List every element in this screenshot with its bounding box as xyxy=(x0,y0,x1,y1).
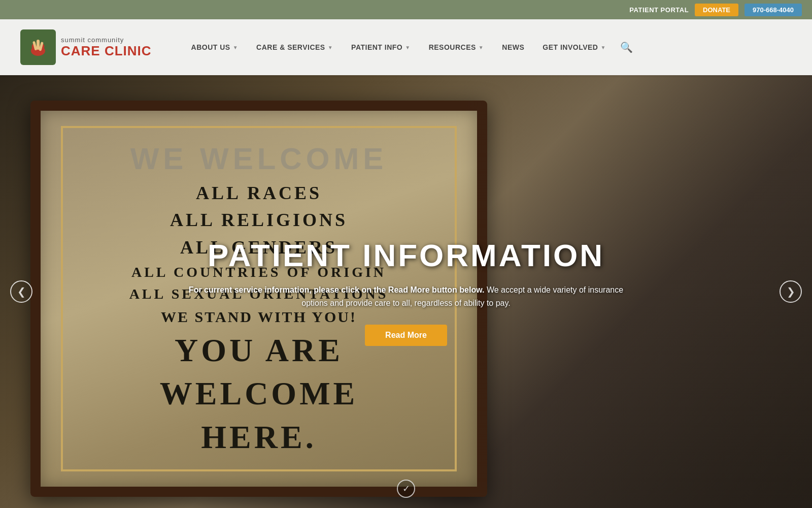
logo-care-clinic-text: CARE CLINIC xyxy=(61,44,152,58)
nav-link-patient[interactable]: PATIENT INFO ▼ xyxy=(342,38,420,56)
nav-link-care[interactable]: CARE & SERVICES ▼ xyxy=(247,38,342,56)
logo-text: summit community CARE CLINIC xyxy=(61,37,152,58)
hero-description: For current service information, please … xyxy=(178,283,634,309)
chevron-down-icon: ▼ xyxy=(405,45,410,50)
hero-description-bold: For current service information, please … xyxy=(189,285,485,294)
nav-item-care: CARE & SERVICES ▼ xyxy=(247,38,342,56)
patient-portal-link[interactable]: PATIENT PORTAL xyxy=(629,6,689,14)
chevron-down-icon: ▼ xyxy=(233,45,238,50)
hero-slider: WE WELCOME ALL RACES ALL RELIGIONS ALL G… xyxy=(0,75,812,508)
nav-menu: ABOUT US ▼ CARE & SERVICES ▼ PATIENT INF… xyxy=(182,38,792,56)
nav-link-about[interactable]: ABOUT US ▼ xyxy=(182,38,248,56)
hero-title: PATIENT INFORMATION xyxy=(208,237,604,273)
hero-overlay: PATIENT INFORMATION For current service … xyxy=(0,75,812,508)
navbar: summit community CARE CLINIC ABOUT US ▼ … xyxy=(0,19,812,75)
nav-item-news: NEWS xyxy=(493,38,533,56)
slider-next-button[interactable]: ❯ xyxy=(780,280,802,303)
nav-item-search: 🔍 xyxy=(615,41,638,53)
nav-item-patient: PATIENT INFO ▼ xyxy=(342,38,420,56)
nav-link-involved[interactable]: GET INVOLVED ▼ xyxy=(533,38,615,56)
phone-button[interactable]: 970-668-4040 xyxy=(745,4,802,16)
nav-item-involved: GET INVOLVED ▼ xyxy=(533,38,615,56)
scroll-down-button[interactable]: ✓ xyxy=(397,480,415,498)
nav-link-resources[interactable]: RESOURCES ▼ xyxy=(420,38,493,56)
nav-item-resources: RESOURCES ▼ xyxy=(420,38,493,56)
top-bar: PATIENT PORTAL DONATE 970-668-4040 xyxy=(0,0,812,19)
svg-rect-4 xyxy=(37,40,40,50)
nav-link-news[interactable]: NEWS xyxy=(493,38,533,56)
search-icon[interactable]: 🔍 xyxy=(615,37,638,58)
logo-summit-text: summit community xyxy=(61,37,152,44)
read-more-button[interactable]: Read More xyxy=(365,325,447,346)
logo[interactable]: summit community CARE CLINIC xyxy=(20,29,152,65)
chevron-down-icon: ▼ xyxy=(328,45,333,50)
chevron-down-icon: ▼ xyxy=(479,45,484,50)
logo-icon xyxy=(20,29,56,65)
slider-prev-button[interactable]: ❮ xyxy=(10,280,32,303)
donate-button[interactable]: DONATE xyxy=(695,4,738,16)
nav-item-about: ABOUT US ▼ xyxy=(182,38,248,56)
chevron-down-icon: ▼ xyxy=(600,45,605,50)
